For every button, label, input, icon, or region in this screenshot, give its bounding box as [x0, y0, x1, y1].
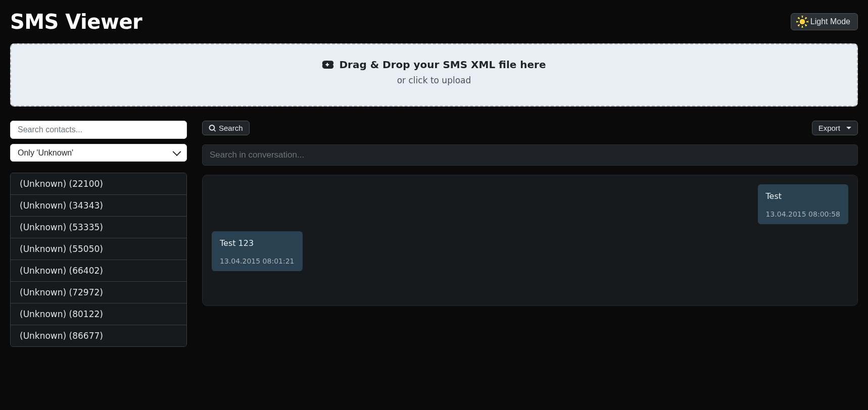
- export-button-label: Export: [818, 124, 840, 132]
- search-button[interactable]: Search: [202, 121, 250, 135]
- message-row: Test13.04.2015 08:00:58: [212, 184, 848, 224]
- search-button-label: Search: [219, 124, 243, 132]
- contact-item[interactable]: (Unknown) (22100): [11, 173, 186, 195]
- message-body: Test: [766, 191, 841, 201]
- sun-icon: [798, 18, 806, 26]
- contact-item[interactable]: (Unknown) (80122): [11, 303, 186, 325]
- contact-list[interactable]: (Unknown) (22100)(Unknown) (34343)(Unkno…: [10, 173, 187, 347]
- conversation-panel: Test13.04.2015 08:00:58Test 12313.04.201…: [202, 175, 858, 306]
- message-row: Test 12313.04.2015 08:01:21: [212, 231, 848, 271]
- contact-item[interactable]: (Unknown) (86677): [11, 325, 186, 346]
- message-incoming: Test 12313.04.2015 08:01:21: [212, 231, 303, 271]
- contact-item[interactable]: (Unknown) (72972): [11, 282, 186, 303]
- content-area: Search Export Test13.04.2015 08:00:58Tes…: [202, 121, 858, 347]
- contact-item[interactable]: (Unknown) (34343): [11, 195, 186, 217]
- message-outgoing: Test13.04.2015 08:00:58: [758, 184, 849, 224]
- contact-item[interactable]: (Unknown) (53335): [11, 217, 186, 238]
- search-conversation-input[interactable]: [202, 144, 858, 166]
- sidebar: Only 'Unknown' (Unknown) (22100)(Unknown…: [10, 121, 187, 347]
- cloud-upload-icon: [322, 60, 334, 69]
- search-contacts-input[interactable]: [10, 121, 187, 139]
- contact-filter-select[interactable]: Only 'Unknown': [10, 144, 187, 162]
- dropzone-subtitle: or click to upload: [21, 75, 847, 85]
- export-button[interactable]: Export: [812, 121, 858, 135]
- theme-toggle-button[interactable]: Light Mode: [791, 13, 858, 30]
- contact-item[interactable]: (Unknown) (55050): [11, 238, 186, 260]
- dropzone-title: Drag & Drop your SMS XML file here: [339, 59, 546, 71]
- message-body: Test 123: [220, 238, 295, 248]
- theme-toggle-label: Light Mode: [810, 17, 850, 26]
- message-timestamp: 13.04.2015 08:01:21: [220, 257, 295, 265]
- contact-item[interactable]: (Unknown) (66402): [11, 260, 186, 282]
- file-dropzone[interactable]: Drag & Drop your SMS XML file here or cl…: [10, 43, 858, 107]
- chevron-down-icon: [846, 127, 851, 129]
- page-title: SMS Viewer: [10, 10, 142, 33]
- search-icon: [209, 125, 216, 132]
- message-timestamp: 13.04.2015 08:00:58: [766, 210, 841, 218]
